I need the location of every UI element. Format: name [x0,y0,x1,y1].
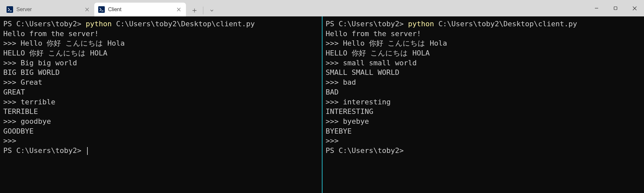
terminal-area: PS C:\Users\toby2> python C:\Users\toby2… [0,16,644,193]
terminal-line: >>> byebye [326,117,641,126]
terminal-prompt: PS C:\Users\toby2> [326,146,641,156]
close-icon[interactable] [84,6,90,13]
tab-strip: Server Client [0,0,220,16]
terminal-line: Hello from the server! [3,29,319,39]
minimize-button[interactable] [587,0,606,16]
terminal-line: HELLO 你好 こんにちは HOLA [3,48,319,58]
terminal-line: >>> [3,136,319,146]
terminal-line: HELLO 你好 こんにちは HOLA [326,48,641,58]
terminal-line: >>> Big big world [3,58,319,68]
terminal-line: PS C:\Users\toby2> python C:\Users\toby2… [326,19,641,29]
terminal-line: GREAT [3,87,319,97]
terminal-line: GOODBYE [3,126,319,136]
terminal-line: BYEBYE [326,126,641,136]
terminal-line: >>> Great [3,77,319,87]
terminal-line: >>> interesting [326,97,641,107]
powershell-icon [98,6,105,13]
tab-title: Client [108,7,172,12]
terminal-line: PS C:\Users\toby2> python C:\Users\toby2… [3,19,319,29]
terminal-line: >>> terrible [3,97,319,107]
tab-server[interactable]: Server [3,3,94,16]
cursor [87,147,88,155]
terminal-line: >>> small small world [326,58,641,68]
terminal-line: TERRIBLE [3,107,319,117]
terminal-line: >>> goodbye [3,117,319,126]
new-tab-button[interactable] [189,5,200,16]
powershell-icon [7,6,13,13]
terminal-line: SMALL SMALL WORLD [326,68,641,77]
terminal-line: >>> Hello 你好 こんにちは Hola [3,38,319,48]
divider [203,7,203,14]
svg-rect-0 [614,7,617,10]
window-controls [587,0,644,16]
terminal-line: BIG BIG WORLD [3,68,319,77]
tab-dropdown-button[interactable] [206,5,218,16]
terminal-line: INTERESTING [326,107,641,117]
terminal-line: >>> [326,136,641,146]
titlebar: Server Client [0,0,644,16]
terminal-pane-left[interactable]: PS C:\Users\toby2> python C:\Users\toby2… [0,16,322,193]
close-icon[interactable] [175,6,182,13]
terminal-line: >>> Hello 你好 こんにちは Hola [326,38,641,48]
tab-client[interactable]: Client [94,3,186,16]
terminal-line: Hello from the server! [326,29,641,39]
tab-title: Server [16,7,81,12]
maximize-button[interactable] [606,0,625,16]
tab-actions [186,5,220,16]
terminal-line: BAD [326,87,641,97]
terminal-pane-right[interactable]: PS C:\Users\toby2> python C:\Users\toby2… [322,16,644,193]
terminal-prompt: PS C:\Users\toby2> [3,146,319,156]
close-window-button[interactable] [625,0,644,16]
terminal-line: >>> bad [326,77,641,87]
